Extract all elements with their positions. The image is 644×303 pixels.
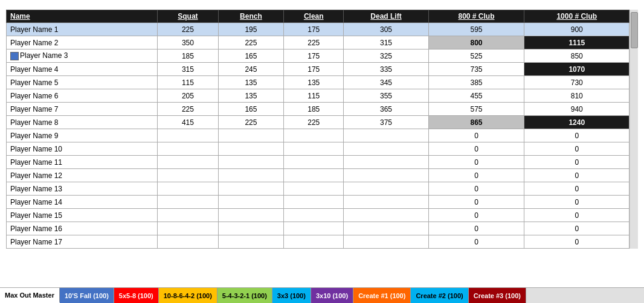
scrollbar[interactable]	[630, 10, 638, 249]
cell-name[interactable]: Player Name 17	[7, 235, 158, 249]
cell-deadlift[interactable]	[344, 196, 428, 209]
cell-club1000[interactable]: 0	[524, 129, 630, 142]
cell-name[interactable]: Player Name 6	[7, 89, 158, 103]
cell-bench[interactable]: 165	[218, 49, 283, 63]
cell-club1000[interactable]: 730	[524, 76, 630, 89]
cell-clean[interactable]: 175	[284, 49, 344, 63]
cell-club800[interactable]: 525	[428, 49, 524, 63]
tab-7[interactable]: Create #1 (100)	[353, 288, 411, 303]
cell-squat[interactable]: 115	[158, 76, 219, 89]
cell-squat[interactable]	[158, 142, 219, 156]
cell-clean[interactable]	[284, 182, 344, 196]
cell-club1000[interactable]: 0	[524, 209, 630, 222]
cell-deadlift[interactable]	[344, 222, 428, 235]
cell-name[interactable]: Player Name 7	[7, 103, 158, 116]
cell-club800[interactable]: 0	[428, 156, 524, 169]
cell-clean[interactable]: 135	[284, 76, 344, 89]
cell-clean[interactable]: 225	[284, 36, 344, 49]
cell-clean[interactable]: 185	[284, 103, 344, 116]
tab-3[interactable]: 10-8-6-4-2 (100)	[159, 288, 217, 303]
cell-squat[interactable]: 225	[158, 23, 219, 36]
tab-6[interactable]: 3x10 (100)	[311, 288, 353, 303]
cell-clean[interactable]: 115	[284, 89, 344, 103]
cell-club1000[interactable]: 1070	[524, 63, 630, 76]
cell-name[interactable]: Player Name 1	[7, 23, 158, 36]
cell-bench[interactable]: 135	[218, 76, 283, 89]
scrollbar-thumb[interactable]	[631, 12, 638, 48]
cell-squat[interactable]	[158, 129, 219, 142]
cell-club800[interactable]: 0	[428, 142, 524, 156]
cell-club800[interactable]: 800	[428, 36, 524, 49]
cell-name[interactable]: Player Name 11	[7, 156, 158, 169]
cell-bench[interactable]: 195	[218, 23, 283, 36]
cell-club1000[interactable]: 0	[524, 169, 630, 182]
cell-club800[interactable]: 0	[428, 222, 524, 235]
cell-bench[interactable]	[218, 142, 283, 156]
cell-bench[interactable]	[218, 129, 283, 142]
cell-club800[interactable]: 865	[428, 116, 524, 129]
cell-squat[interactable]: 350	[158, 36, 219, 49]
cell-bench[interactable]	[218, 169, 283, 182]
cell-clean[interactable]	[284, 196, 344, 209]
cell-deadlift[interactable]	[344, 129, 428, 142]
cell-club1000[interactable]: 810	[524, 89, 630, 103]
cell-clean[interactable]	[284, 222, 344, 235]
cell-name[interactable]: Player Name 16	[7, 222, 158, 235]
cell-squat[interactable]: 315	[158, 63, 219, 76]
cell-squat[interactable]: 205	[158, 89, 219, 103]
cell-deadlift[interactable]	[344, 169, 428, 182]
cell-club1000[interactable]: 0	[524, 222, 630, 235]
cell-club800[interactable]: 0	[428, 129, 524, 142]
cell-club1000[interactable]: 850	[524, 49, 630, 63]
cell-club800[interactable]: 595	[428, 23, 524, 36]
cell-squat[interactable]	[158, 209, 219, 222]
cell-clean[interactable]: 175	[284, 23, 344, 36]
cell-club1000[interactable]: 940	[524, 103, 630, 116]
cell-deadlift[interactable]	[344, 156, 428, 169]
cell-deadlift[interactable]: 325	[344, 49, 428, 63]
tab-0[interactable]: Max Out Master	[0, 288, 60, 303]
cell-squat[interactable]	[158, 182, 219, 196]
tab-1[interactable]: 10'S Fall (100)	[60, 288, 114, 303]
cell-name[interactable]: Player Name 13	[7, 182, 158, 196]
cell-bench[interactable]: 165	[218, 103, 283, 116]
cell-deadlift[interactable]	[344, 235, 428, 249]
cell-club1000[interactable]: 1115	[524, 36, 630, 49]
cell-deadlift[interactable]: 305	[344, 23, 428, 36]
cell-squat[interactable]	[158, 222, 219, 235]
cell-clean[interactable]	[284, 169, 344, 182]
cell-bench[interactable]	[218, 209, 283, 222]
cell-club1000[interactable]: 1240	[524, 116, 630, 129]
cell-deadlift[interactable]: 345	[344, 76, 428, 89]
cell-bench[interactable]: 225	[218, 116, 283, 129]
cell-squat[interactable]: 185	[158, 49, 219, 63]
cell-name[interactable]: Player Name 9	[7, 129, 158, 142]
cell-club800[interactable]: 0	[428, 196, 524, 209]
cell-clean[interactable]: 225	[284, 116, 344, 129]
tab-4[interactable]: 5-4-3-2-1 (100)	[217, 288, 272, 303]
cell-bench[interactable]	[218, 235, 283, 249]
cell-name[interactable]: Player Name 8	[7, 116, 158, 129]
tab-2[interactable]: 5x5-8 (100)	[114, 288, 159, 303]
cell-name[interactable]: Player Name 12	[7, 169, 158, 182]
cell-club800[interactable]: 455	[428, 89, 524, 103]
cell-bench[interactable]	[218, 156, 283, 169]
cell-deadlift[interactable]	[344, 182, 428, 196]
cell-deadlift[interactable]: 365	[344, 103, 428, 116]
cell-club1000[interactable]: 900	[524, 23, 630, 36]
cell-club800[interactable]: 0	[428, 169, 524, 182]
cell-squat[interactable]	[158, 196, 219, 209]
cell-name[interactable]: Player Name 10	[7, 142, 158, 156]
tab-9[interactable]: Create #3 (100)	[469, 288, 526, 303]
cell-bench[interactable]	[218, 182, 283, 196]
cell-name[interactable]: Player Name 15	[7, 209, 158, 222]
cell-name[interactable]: Player Name 2	[7, 36, 158, 49]
cell-club800[interactable]: 735	[428, 63, 524, 76]
cell-clean[interactable]	[284, 156, 344, 169]
cell-deadlift[interactable]: 375	[344, 116, 428, 129]
cell-bench[interactable]	[218, 222, 283, 235]
cell-deadlift[interactable]: 315	[344, 36, 428, 49]
cell-bench[interactable]: 225	[218, 36, 283, 49]
tab-8[interactable]: Create #2 (100)	[411, 288, 468, 303]
tab-5[interactable]: 3x3 (100)	[272, 288, 311, 303]
